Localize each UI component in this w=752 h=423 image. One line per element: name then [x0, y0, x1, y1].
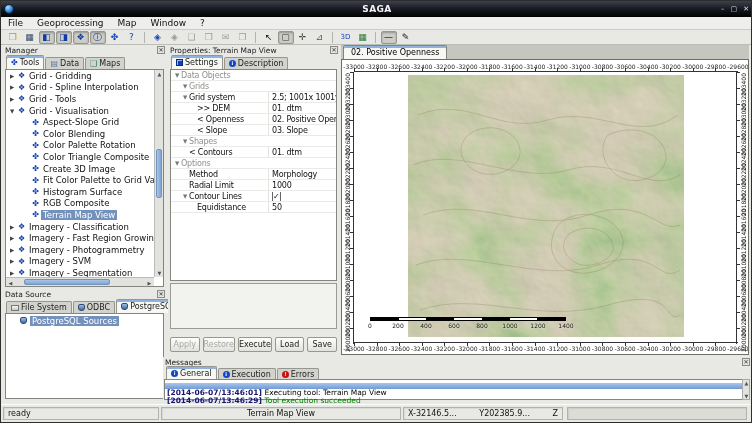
map-canvas[interactable]: -33000-32800-32600-32400-32200-32000-318… — [341, 59, 749, 355]
pan-icon[interactable]: ✛ — [295, 31, 311, 44]
properties-close-icon[interactable]: ✕ — [330, 46, 338, 54]
tree-item[interactable]: ▶❖Imagery - Fast Region Growing Al — [6, 232, 154, 244]
parameter-row[interactable]: ▼Options — [171, 158, 336, 169]
tree-expander-icon[interactable]: ▶ — [8, 270, 16, 276]
expander-icon[interactable]: ▼ — [173, 72, 181, 78]
expander-icon[interactable]: ▼ — [173, 160, 181, 166]
parameter-row[interactable]: ▼Grids — [171, 81, 336, 92]
manager-tab-maps[interactable]: ❑Maps — [85, 57, 125, 69]
tree-item[interactable]: ✤RGB Composite — [6, 198, 154, 210]
parameter-row[interactable]: ▼Contour Lines✓ — [171, 191, 336, 202]
manager-close-icon[interactable]: ✕ — [157, 46, 165, 54]
messages-tab-label: Execution — [232, 370, 271, 379]
messages-scrollbar[interactable]: ▲▼ — [742, 379, 750, 400]
tree-item[interactable]: ✤Color Triangle Composite — [6, 151, 154, 163]
tree-item[interactable]: ▶❖Grid - Tools — [6, 93, 154, 105]
save-icon[interactable]: ▦ — [22, 31, 38, 44]
expander-icon[interactable]: ▼ — [181, 138, 189, 144]
parameter-row[interactable]: Equidistance50 — [171, 202, 336, 213]
parameter-row[interactable]: ▼Grid system2.5; 1001x 1001y; -32500 — [171, 92, 336, 103]
manager-tab-tools[interactable]: ✤Tools — [6, 55, 44, 69]
messages-close-icon[interactable]: ✕ — [742, 358, 750, 366]
tree-item[interactable]: ✤Aspect-Slope Grid — [6, 116, 154, 128]
messages-tab-general[interactable]: iGeneral — [166, 366, 217, 380]
tree-expander-icon[interactable]: ▼ — [8, 108, 16, 114]
data-source-close-icon[interactable]: ✕ — [157, 290, 165, 298]
tree-expander-icon[interactable]: ▶ — [8, 258, 16, 264]
data-source-item[interactable]: PostgreSQL Sources — [6, 314, 163, 326]
tree-item[interactable]: ▶❖Imagery - SVM — [6, 256, 154, 268]
parameter-row[interactable]: >> DEM01. dtm — [171, 103, 336, 114]
manager-tab-label: Data — [60, 59, 79, 68]
tree-item[interactable]: ✤Create 3D Image — [6, 163, 154, 175]
save-button[interactable]: Save — [307, 337, 337, 352]
title-bar[interactable]: SAGA – ▢ ✕ — [1, 1, 752, 17]
menu-[interactable]: ? — [193, 18, 212, 28]
zoom-box-icon[interactable]: ▢ — [278, 31, 294, 44]
minimize-button[interactable]: – — [721, 6, 725, 13]
parameter-row[interactable]: < Openness02. Positive Openness — [171, 114, 336, 125]
parameter-row[interactable]: ▼Shapes — [171, 136, 336, 147]
tree-item-label: Fit Color Palette to Grid Values — [41, 175, 154, 185]
tree-item[interactable]: ✤Terrain Map View — [6, 209, 154, 221]
checkbox-checked-icon[interactable]: ✓ — [272, 192, 281, 201]
draw-line-icon[interactable]: — — [381, 31, 397, 44]
measure-icon[interactable]: ⊿ — [312, 31, 328, 44]
data-source-tab-odbc[interactable]: ODBC — [73, 301, 115, 313]
tree-item[interactable]: ✤Color Blending — [6, 128, 154, 140]
save-map-image-icon[interactable]: ▦ — [355, 31, 371, 44]
menu-file[interactable]: File — [1, 18, 30, 28]
view-3d-icon[interactable]: 3D — [338, 31, 354, 44]
show-manager-icon[interactable]: ◧ — [39, 31, 55, 44]
expander-icon[interactable]: ▼ — [181, 94, 189, 100]
parameter-row[interactable]: < Contours01. dtm — [171, 147, 336, 158]
properties-tab-settings[interactable]: Settings — [171, 55, 223, 69]
show-maps-icon[interactable]: ❖ — [73, 31, 89, 44]
toolbar: ❒▦◧◨❖ⓘ✤?◈◈❏❒✉❐↖▢✛⊿3D▦—✎ — [1, 30, 752, 45]
parameter-row[interactable]: MethodMorphology — [171, 169, 336, 180]
help-icon[interactable]: ? — [124, 31, 140, 44]
close-button[interactable]: ✕ — [743, 6, 749, 13]
maximize-button[interactable]: ▢ — [731, 6, 738, 13]
tree-item[interactable]: ▶❖Imagery - Photogrammetry — [6, 244, 154, 256]
x-axis-tick-label: -30000 — [682, 345, 703, 352]
tree-item[interactable]: ▼❖Grid - Visualisation — [6, 105, 154, 117]
data-source-tab-file-system[interactable]: File System — [6, 301, 72, 313]
terrain-map-image[interactable] — [408, 75, 684, 337]
zoom-full-extent-icon[interactable]: ◈ — [150, 31, 166, 44]
tree-item[interactable]: ✤Fit Color Palette to Grid Values — [6, 174, 154, 186]
tree-item[interactable]: ▶❖Grid - Spline Interpolation — [6, 82, 154, 94]
map-tab[interactable]: 02. Positive Openness — [343, 45, 447, 59]
expander-icon[interactable]: ▼ — [181, 83, 189, 89]
menu-geoprocessing[interactable]: Geoprocessing — [30, 18, 111, 28]
tree-expander-icon[interactable]: ▶ — [8, 84, 16, 90]
expander-icon[interactable]: ▼ — [181, 193, 189, 199]
properties-tab-description[interactable]: iDescription — [224, 57, 289, 69]
parameter-row[interactable]: Radial Limit1000 — [171, 180, 336, 191]
tree-vertical-scrollbar[interactable]: ▲▼ — [154, 70, 163, 277]
load-button[interactable]: Load — [275, 337, 305, 352]
tree-expander-icon[interactable]: ▶ — [8, 247, 16, 253]
tool-chain-icon[interactable]: ✤ — [107, 31, 123, 44]
execute-button[interactable]: Execute — [238, 337, 272, 352]
tree-expander-icon[interactable]: ▶ — [8, 73, 16, 79]
show-data-source-icon[interactable]: ◨ — [56, 31, 72, 44]
cursor-select-icon[interactable]: ↖ — [261, 31, 277, 44]
tree-expander-icon[interactable]: ▶ — [8, 235, 16, 241]
show-properties-icon[interactable]: ⓘ — [90, 31, 106, 44]
tree-item[interactable]: ✤Histogram Surface — [6, 186, 154, 198]
draw-pen-icon[interactable]: ✎ — [398, 31, 414, 44]
tree-horizontal-scrollbar[interactable]: ◀▶ — [6, 277, 154, 286]
parameter-row[interactable]: < Slope03. Slope — [171, 125, 336, 136]
tree-item[interactable]: ▶❖Imagery - Classification — [6, 221, 154, 233]
open-icon[interactable]: ❒ — [5, 31, 21, 44]
tree-item[interactable]: ✤Color Palette Rotation — [6, 140, 154, 152]
manager-tab-data[interactable]: ▤Data — [45, 57, 84, 69]
tree-expander-icon[interactable]: ▶ — [8, 96, 16, 102]
tree-expander-icon[interactable]: ▶ — [8, 224, 16, 230]
menu-window[interactable]: Window — [144, 18, 194, 28]
menu-map[interactable]: Map — [111, 18, 144, 28]
tree-item[interactable]: ▶❖Imagery - Segmentation — [6, 267, 154, 277]
parameter-row[interactable]: ▼Data Objects — [171, 70, 336, 81]
tree-item[interactable]: ▶❖Grid - Gridding — [6, 70, 154, 82]
